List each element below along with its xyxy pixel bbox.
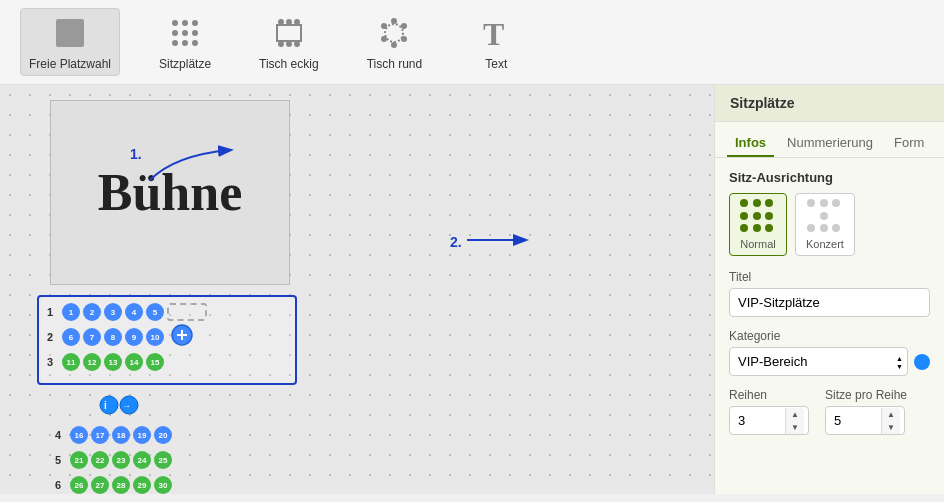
svg-point-25 [391, 42, 397, 48]
svg-point-24 [401, 36, 407, 42]
sitze-spinners: ▲ ▼ [881, 408, 900, 434]
sitze-up[interactable]: ▲ [882, 408, 900, 421]
tab-form[interactable]: Form [886, 130, 932, 157]
sitz-ausrichtung-title: Sitz-Ausrichtung [729, 170, 930, 185]
select-arrows: ▲ ▼ [896, 354, 903, 369]
seat-4-5[interactable]: 20 [154, 426, 172, 444]
toolbar-item-freie-platzwahl[interactable]: Freie Platzwahl [20, 8, 120, 76]
normal-icon [740, 199, 776, 235]
titel-label: Titel [729, 270, 930, 284]
seat-1-2[interactable]: 2 [83, 303, 101, 321]
reihen-spinners: ▲ ▼ [785, 408, 804, 434]
kategorie-group: Kategorie VIP-Bereich Standard Premium ▲… [729, 329, 930, 376]
seat-1-5[interactable]: 5 [146, 303, 164, 321]
seat-block-selected[interactable]: 1 1 2 3 4 5 2 6 7 8 9 10 [37, 295, 297, 385]
seat-2-4[interactable]: 9 [125, 328, 143, 346]
sitze-input-wrap: ▲ ▼ [825, 406, 905, 435]
seat-2-2[interactable]: 7 [83, 328, 101, 346]
svg-point-8 [182, 40, 188, 46]
seat-2-1[interactable]: 6 [62, 328, 80, 346]
normal-label: Normal [740, 238, 775, 250]
toolbar-item-text[interactable]: T Text [461, 8, 531, 76]
svg-point-15 [278, 19, 284, 25]
sitze-input[interactable] [826, 407, 881, 434]
svg-point-3 [192, 20, 198, 26]
seat-3-4[interactable]: 14 [125, 353, 143, 371]
seat-6-1[interactable]: 26 [70, 476, 88, 494]
svg-text:i: i [104, 400, 107, 411]
seat-row-1: 1 1 2 3 4 5 [47, 303, 287, 321]
seat-4-2[interactable]: 17 [91, 426, 109, 444]
seat-1-1[interactable]: 1 [62, 303, 80, 321]
seat-3-2[interactable]: 12 [83, 353, 101, 371]
seat-row-5: 5 21 22 23 24 25 [55, 451, 172, 469]
kategorie-color-dot [914, 354, 930, 370]
seat-2-5[interactable]: 10 [146, 328, 164, 346]
add-seat-button[interactable] [171, 324, 193, 350]
seat-3-1[interactable]: 11 [62, 353, 80, 371]
seat-6-5[interactable]: 30 [154, 476, 172, 494]
svg-point-22 [391, 18, 397, 24]
annotation-1: 1. [130, 145, 142, 163]
svg-point-4 [172, 30, 178, 36]
seat-1-4[interactable]: 4 [125, 303, 143, 321]
reihen-input-wrap: ▲ ▼ [729, 406, 809, 435]
orientation-konzert-btn[interactable]: Konzert [795, 193, 855, 256]
seat-6-4[interactable]: 29 [133, 476, 151, 494]
annotation-2: 2. [450, 233, 462, 251]
seat-row-4: 4 16 17 18 19 20 [55, 426, 172, 444]
seat-2-3[interactable]: 8 [104, 328, 122, 346]
konzert-label: Konzert [806, 238, 844, 250]
orientation-normal-btn[interactable]: Normal [729, 193, 787, 256]
svg-point-2 [182, 20, 188, 26]
svg-point-9 [192, 40, 198, 46]
seat-5-1[interactable]: 21 [70, 451, 88, 469]
tab-nummerierung[interactable]: Nummerierung [779, 130, 881, 157]
text-icon: T [476, 13, 516, 53]
toolbar-item-sitzplaetze[interactable]: Sitzplätze [150, 8, 220, 76]
seat-5-4[interactable]: 24 [133, 451, 151, 469]
svg-point-33 [100, 396, 118, 414]
svg-point-7 [172, 40, 178, 46]
svg-point-21 [385, 24, 403, 42]
seat-3-3[interactable]: 13 [104, 353, 122, 371]
sitzplaetze-label: Sitzplätze [159, 57, 211, 71]
freie-platzwahl-icon [50, 13, 90, 53]
seat-5-3[interactable]: 23 [112, 451, 130, 469]
canvas-area[interactable]: Bühne 1. 2. [0, 85, 714, 494]
seat-1-3[interactable]: 3 [104, 303, 122, 321]
seat-6-2[interactable]: 27 [91, 476, 109, 494]
text-label: Text [485, 57, 507, 71]
tisch-rund-icon [374, 13, 414, 53]
svg-point-19 [286, 41, 292, 47]
seat-6-3[interactable]: 28 [112, 476, 130, 494]
seat-4-3[interactable]: 18 [112, 426, 130, 444]
svg-point-18 [278, 41, 284, 47]
tisch-eckig-icon [269, 13, 309, 53]
toolbar-item-tisch-rund[interactable]: Tisch rund [358, 8, 432, 76]
svg-point-1 [172, 20, 178, 26]
svg-point-23 [401, 23, 407, 29]
category-select-wrap: VIP-Bereich Standard Premium ▲ ▼ [729, 347, 908, 376]
svg-point-5 [182, 30, 188, 36]
svg-point-17 [294, 19, 300, 25]
seat-4-1[interactable]: 16 [70, 426, 88, 444]
toolbar-item-tisch-eckig[interactable]: Tisch eckig [250, 8, 328, 76]
svg-point-27 [381, 23, 387, 29]
sitze-down[interactable]: ▼ [882, 421, 900, 434]
seat-5-2[interactable]: 22 [91, 451, 109, 469]
reihen-up[interactable]: ▲ [786, 408, 804, 421]
reihen-input[interactable] [730, 407, 785, 434]
reihen-sitze-row: Reihen ▲ ▼ Sitze pro Reihe ▲ [729, 388, 930, 435]
seat-5-5[interactable]: 25 [154, 451, 172, 469]
titel-input[interactable] [729, 288, 930, 317]
reihen-down[interactable]: ▼ [786, 421, 804, 434]
seat-row-2: 2 6 7 8 9 10 [47, 324, 287, 350]
seat-3-5[interactable]: 15 [146, 353, 164, 371]
svg-text:T: T [483, 16, 504, 51]
stage-box: Bühne [50, 100, 290, 285]
tisch-rund-label: Tisch rund [367, 57, 423, 71]
seat-4-4[interactable]: 19 [133, 426, 151, 444]
kategorie-select[interactable]: VIP-Bereich Standard Premium [729, 347, 908, 376]
tab-infos[interactable]: Infos [727, 130, 774, 157]
